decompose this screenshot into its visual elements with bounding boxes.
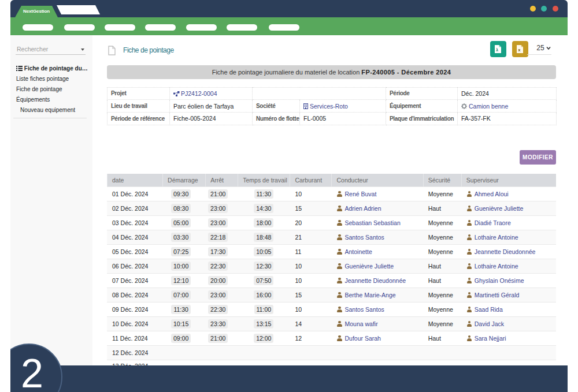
svg-text:λ: λ [496, 48, 498, 52]
